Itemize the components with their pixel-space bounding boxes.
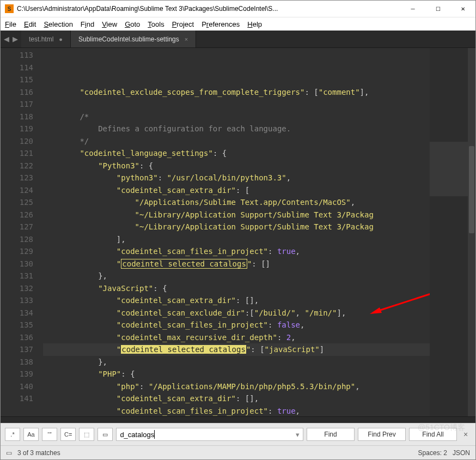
code-line[interactable]: "python3": "/usr/local/bin/python3.3",: [43, 172, 430, 184]
tab-label: SublimeCodeIntel.sublime-settings: [78, 35, 179, 43]
menu-file[interactable]: File: [5, 20, 16, 28]
line-number: 119: [1, 123, 33, 135]
code-editor[interactable]: "codeintel_exclude_scopes_from_complete_…: [43, 48, 430, 416]
status-matches: 3 of 3 matches: [17, 449, 60, 457]
code-line[interactable]: "codeintel_scan_extra_dir": [],: [43, 294, 430, 307]
code-line[interactable]: "codeintel_exclude_scopes_from_complete_…: [43, 86, 430, 99]
code-line[interactable]: "Python3": {: [43, 160, 430, 172]
code-line[interactable]: "codeintel_scan_exclude_dir":["/build/",…: [43, 307, 430, 319]
tab-test-html[interactable]: test.html ●: [21, 31, 71, 47]
status-syntax[interactable]: JSON: [453, 449, 470, 457]
code-line[interactable]: },: [43, 356, 430, 368]
line-number: 135: [1, 319, 33, 331]
line-number: 134: [1, 307, 33, 319]
maximize-button[interactable]: ☐: [425, 1, 450, 17]
menu-selection[interactable]: Selection: [44, 20, 72, 28]
line-number: 120: [1, 135, 33, 148]
code-line[interactable]: "~/Library/Application Support/Sublime T…: [43, 221, 430, 233]
find-wrap-toggle[interactable]: C=: [60, 428, 76, 441]
horizontal-scrollbar[interactable]: [1, 416, 475, 423]
close-button[interactable]: ✕: [450, 1, 475, 17]
window-controls: ─ ☐ ✕: [400, 1, 475, 17]
chevron-right-icon[interactable]: ▶: [13, 35, 18, 43]
status-spaces[interactable]: Spaces: 2: [418, 449, 447, 457]
line-number: 116: [1, 86, 33, 99]
code-line[interactable]: */: [43, 135, 430, 148]
line-number: 137: [1, 343, 33, 356]
minimap-viewport[interactable]: [430, 142, 468, 196]
find-case-toggle[interactable]: Aa: [23, 428, 39, 441]
code-line[interactable]: "codeintel_scan_files_in_project": false…: [43, 319, 430, 331]
code-line[interactable]: },: [43, 270, 430, 282]
code-line[interactable]: "PHP": {: [43, 368, 430, 380]
scrollbar-thumb[interactable]: [469, 146, 474, 233]
close-icon[interactable]: ●: [59, 36, 63, 43]
find-close-button[interactable]: ×: [460, 430, 471, 439]
line-number: 126: [1, 209, 33, 221]
code-line[interactable]: ],: [43, 233, 430, 246]
line-number: 133: [1, 294, 33, 307]
vertical-scrollbar[interactable]: [468, 48, 475, 416]
tab-sublime-settings[interactable]: SublimeCodeIntel.sublime-settings ×: [71, 31, 196, 47]
menu-help[interactable]: Help: [247, 20, 262, 28]
line-number: 138: [1, 356, 33, 368]
line-number: 141: [1, 392, 33, 405]
code-line[interactable]: "JavaScript": {: [43, 282, 430, 295]
line-number: 131: [1, 270, 33, 282]
dropdown-icon[interactable]: ▾: [296, 431, 300, 439]
line-number: 132: [1, 282, 33, 295]
find-button[interactable]: Find: [307, 428, 355, 441]
code-line[interactable]: "~/Library/Application Support/Sublime T…: [43, 209, 430, 221]
find-input-text: d_catalogs: [120, 431, 154, 439]
code-line[interactable]: "codeintel_language_settings": {: [43, 147, 430, 160]
line-number: 136: [1, 331, 33, 344]
menu-find[interactable]: Find: [81, 20, 94, 28]
menubar: File Edit Selection Find View Goto Tools…: [1, 17, 475, 31]
code-line[interactable]: "codeintel_max_recursive_dir_depth": 2,: [43, 331, 430, 344]
minimize-button[interactable]: ─: [400, 1, 425, 17]
find-prev-button[interactable]: Find Prev: [358, 428, 406, 441]
code-line[interactable]: /*: [43, 111, 430, 123]
line-number: 124: [1, 184, 33, 197]
menu-edit[interactable]: Edit: [24, 20, 36, 28]
line-number: 118: [1, 111, 33, 123]
line-number: 113: [1, 49, 33, 62]
code-line[interactable]: [43, 98, 430, 111]
menu-project[interactable]: Project: [172, 20, 194, 28]
code-line[interactable]: "codeintel_selected_catalogs": []: [43, 258, 430, 270]
close-icon[interactable]: ×: [185, 36, 188, 43]
find-regex-toggle[interactable]: .*: [5, 428, 20, 441]
code-line[interactable]: "codeintel_selected_catalogs": ["javaScr…: [43, 343, 430, 356]
code-line[interactable]: Defines a configuration for each languag…: [43, 123, 430, 135]
line-number: 129: [1, 245, 33, 258]
line-number: 115: [1, 74, 33, 86]
find-in-selection-toggle[interactable]: ⬚: [79, 428, 94, 441]
menu-preferences[interactable]: Preferences: [202, 20, 240, 28]
code-line[interactable]: "codeintel_scan_files_in_project": true,: [43, 405, 430, 417]
menu-view[interactable]: View: [102, 20, 117, 28]
find-panel: .* Aa “” C= ⬚ ▭ d_catalogs ▾ Find Find P…: [1, 423, 475, 445]
code-line[interactable]: "php": "/Applications/MAMP/bin/php/php5.…: [43, 380, 430, 393]
code-line[interactable]: "codeintel_scan_extra_dir": [],: [43, 392, 430, 405]
line-gutter[interactable]: 1131141151161171181191201211221231241251…: [1, 48, 43, 416]
line-number: 125: [1, 196, 33, 209]
line-number: 123: [1, 172, 33, 184]
code-line[interactable]: "codeintel_scan_files_in_project": true,: [43, 245, 430, 258]
tab-nav-arrows[interactable]: ◀ ▶: [1, 31, 21, 47]
panel-icon[interactable]: ▭: [6, 449, 12, 457]
find-input[interactable]: d_catalogs ▾: [116, 428, 303, 441]
menu-goto[interactable]: Goto: [125, 20, 140, 28]
find-all-button[interactable]: Find All: [409, 428, 457, 441]
find-highlight-toggle[interactable]: ▭: [97, 428, 113, 441]
minimap[interactable]: [430, 48, 468, 416]
code-line[interactable]: "/Applications/Sublime Text.app/Contents…: [43, 196, 430, 209]
chevron-left-icon[interactable]: ◀: [4, 35, 9, 43]
find-word-toggle[interactable]: “”: [42, 428, 57, 441]
editor-area: ◀ ▶ test.html ● SublimeCodeIntel.sublime…: [1, 31, 475, 423]
line-number: 127: [1, 221, 33, 233]
menu-tools[interactable]: Tools: [148, 20, 164, 28]
window-title: C:\Users\Administrator\AppData\Roaming\S…: [17, 5, 400, 13]
tabbar: ◀ ▶ test.html ● SublimeCodeIntel.sublime…: [1, 31, 475, 48]
code-line[interactable]: "codeintel_scan_extra_dir": [: [43, 184, 430, 197]
tab-label: test.html: [29, 35, 53, 43]
